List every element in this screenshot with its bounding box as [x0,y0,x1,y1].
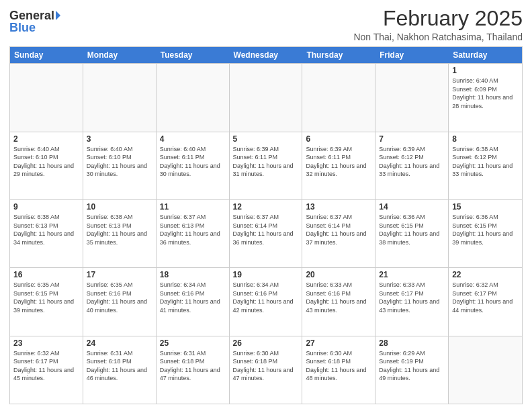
calendar-cell: 18Sunrise: 6:34 AM Sunset: 6:16 PM Dayli… [157,268,230,335]
day-info: Sunrise: 6:40 AM Sunset: 6:11 PM Dayligh… [160,145,226,179]
calendar-cell: 8Sunrise: 6:38 AM Sunset: 6:12 PM Daylig… [449,132,522,199]
day-info: Sunrise: 6:34 AM Sunset: 6:16 PM Dayligh… [160,281,226,314]
day-number: 6 [306,134,371,144]
day-info: Sunrise: 6:31 AM Sunset: 6:18 PM Dayligh… [160,349,226,383]
day-info: Sunrise: 6:40 AM Sunset: 6:10 PM Dayligh… [87,145,152,179]
calendar-cell: 21Sunrise: 6:33 AM Sunset: 6:17 PM Dayli… [375,268,449,335]
calendar-cell: 26Sunrise: 6:30 AM Sunset: 6:18 PM Dayli… [230,336,303,404]
calendar-cell: 6Sunrise: 6:39 AM Sunset: 6:11 PM Daylig… [302,132,375,199]
header: General Blue February 2025 Non Thai, Nak… [9,7,523,42]
calendar-cell: 23Sunrise: 6:32 AM Sunset: 6:17 PM Dayli… [10,336,83,404]
day-number: 9 [13,202,79,212]
day-number: 23 [13,338,79,348]
day-number: 13 [306,202,371,212]
day-info: Sunrise: 6:31 AM Sunset: 6:18 PM Dayligh… [87,349,152,383]
day-info: Sunrise: 6:30 AM Sunset: 6:18 PM Dayligh… [306,349,371,383]
location: Non Thai, Nakhon Ratchasima, Thailand [353,32,523,42]
weekday-header: Wednesday [230,47,303,63]
day-info: Sunrise: 6:33 AM Sunset: 6:16 PM Dayligh… [306,281,371,314]
day-number: 15 [452,202,519,212]
day-number: 24 [87,338,152,348]
calendar-cell [157,64,230,131]
weekday-header: Thursday [302,47,375,63]
day-info: Sunrise: 6:33 AM Sunset: 6:17 PM Dayligh… [379,281,445,314]
calendar-row: 9Sunrise: 6:38 AM Sunset: 6:13 PM Daylig… [10,199,522,267]
day-number: 1 [452,66,519,75]
day-info: Sunrise: 6:36 AM Sunset: 6:15 PM Dayligh… [452,213,519,246]
page: General Blue February 2025 Non Thai, Nak… [0,0,532,411]
day-number: 28 [379,338,445,348]
day-number: 2 [13,134,79,144]
calendar-cell: 20Sunrise: 6:33 AM Sunset: 6:16 PM Dayli… [302,268,375,335]
calendar-cell: 11Sunrise: 6:37 AM Sunset: 6:13 PM Dayli… [157,200,230,267]
logo: General Blue [9,9,60,34]
day-number: 4 [160,134,226,144]
day-info: Sunrise: 6:39 AM Sunset: 6:11 PM Dayligh… [306,145,371,179]
calendar-row: 16Sunrise: 6:35 AM Sunset: 6:15 PM Dayli… [10,267,522,335]
day-info: Sunrise: 6:34 AM Sunset: 6:16 PM Dayligh… [233,281,299,314]
day-number: 14 [379,202,445,212]
day-info: Sunrise: 6:39 AM Sunset: 6:11 PM Dayligh… [233,145,299,179]
day-number: 7 [379,134,445,144]
day-number: 26 [233,338,299,348]
day-info: Sunrise: 6:30 AM Sunset: 6:18 PM Dayligh… [233,349,299,383]
weekday-header: Sunday [10,47,83,63]
calendar-row: 23Sunrise: 6:32 AM Sunset: 6:17 PM Dayli… [10,336,522,404]
calendar-cell [375,64,449,131]
day-info: Sunrise: 6:35 AM Sunset: 6:16 PM Dayligh… [87,281,152,314]
weekday-header: Monday [83,47,157,63]
calendar-cell: 24Sunrise: 6:31 AM Sunset: 6:18 PM Dayli… [83,336,157,404]
logo-general-text: General [9,9,54,21]
day-number: 21 [379,270,445,279]
calendar-cell: 22Sunrise: 6:32 AM Sunset: 6:17 PM Dayli… [449,268,522,335]
calendar-cell: 25Sunrise: 6:31 AM Sunset: 6:18 PM Dayli… [157,336,230,404]
calendar-cell [230,64,303,131]
calendar-cell: 27Sunrise: 6:30 AM Sunset: 6:18 PM Dayli… [302,336,375,404]
day-info: Sunrise: 6:32 AM Sunset: 6:17 PM Dayligh… [13,349,79,383]
day-number: 12 [233,202,299,212]
calendar-cell: 15Sunrise: 6:36 AM Sunset: 6:15 PM Dayli… [449,200,522,267]
calendar-cell: 13Sunrise: 6:37 AM Sunset: 6:14 PM Dayli… [302,200,375,267]
day-number: 16 [13,270,79,279]
calendar-cell: 5Sunrise: 6:39 AM Sunset: 6:11 PM Daylig… [230,132,303,199]
weekday-header: Friday [375,47,449,63]
calendar-cell [302,64,375,131]
day-info: Sunrise: 6:32 AM Sunset: 6:17 PM Dayligh… [452,281,519,314]
weekday-header: Saturday [449,47,522,63]
calendar-cell: 1Sunrise: 6:40 AM Sunset: 6:09 PM Daylig… [449,64,522,131]
day-info: Sunrise: 6:29 AM Sunset: 6:19 PM Dayligh… [379,349,445,383]
calendar-cell [10,64,83,131]
day-number: 18 [160,270,226,279]
day-number: 10 [87,202,152,212]
calendar-cell: 4Sunrise: 6:40 AM Sunset: 6:11 PM Daylig… [157,132,230,199]
calendar-cell [449,336,522,404]
logo-blue-text: Blue [9,21,36,34]
title-block: February 2025 Non Thai, Nakhon Ratchasim… [353,7,523,42]
calendar-cell: 19Sunrise: 6:34 AM Sunset: 6:16 PM Dayli… [230,268,303,335]
logo-icon [56,11,60,20]
calendar-cell: 9Sunrise: 6:38 AM Sunset: 6:13 PM Daylig… [10,200,83,267]
calendar-cell: 28Sunrise: 6:29 AM Sunset: 6:19 PM Dayli… [375,336,449,404]
weekday-header: Tuesday [157,47,230,63]
day-number: 8 [452,134,519,144]
calendar-cell: 7Sunrise: 6:39 AM Sunset: 6:12 PM Daylig… [375,132,449,199]
calendar-cell [83,64,157,131]
day-number: 17 [87,270,152,279]
day-info: Sunrise: 6:37 AM Sunset: 6:13 PM Dayligh… [160,213,226,246]
day-info: Sunrise: 6:38 AM Sunset: 6:12 PM Dayligh… [452,145,519,179]
calendar-body: 1Sunrise: 6:40 AM Sunset: 6:09 PM Daylig… [10,63,522,404]
calendar-cell: 16Sunrise: 6:35 AM Sunset: 6:15 PM Dayli… [10,268,83,335]
calendar-cell: 14Sunrise: 6:36 AM Sunset: 6:15 PM Dayli… [375,200,449,267]
calendar-cell: 2Sunrise: 6:40 AM Sunset: 6:10 PM Daylig… [10,132,83,199]
month-year: February 2025 [353,7,523,30]
day-number: 5 [233,134,299,144]
calendar-row: 2Sunrise: 6:40 AM Sunset: 6:10 PM Daylig… [10,132,522,199]
day-number: 22 [452,270,519,279]
day-info: Sunrise: 6:38 AM Sunset: 6:13 PM Dayligh… [13,213,79,246]
calendar-cell: 12Sunrise: 6:37 AM Sunset: 6:14 PM Dayli… [230,200,303,267]
day-number: 19 [233,270,299,279]
day-info: Sunrise: 6:38 AM Sunset: 6:13 PM Dayligh… [87,213,152,246]
day-info: Sunrise: 6:40 AM Sunset: 6:10 PM Dayligh… [13,145,79,179]
day-info: Sunrise: 6:40 AM Sunset: 6:09 PM Dayligh… [452,77,519,110]
calendar-header: SundayMondayTuesdayWednesdayThursdayFrid… [10,47,522,63]
